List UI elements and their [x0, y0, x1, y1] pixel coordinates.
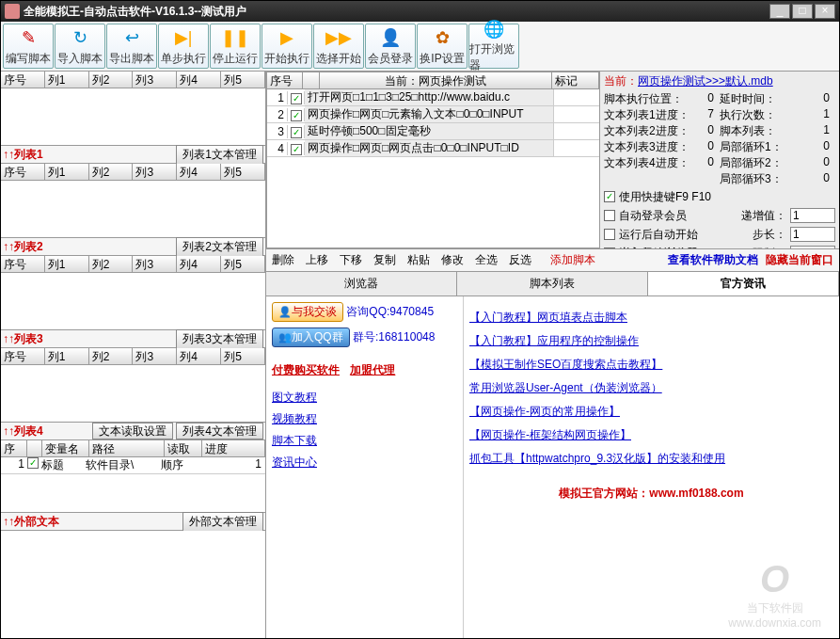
action-删除[interactable]: 删除 — [272, 253, 294, 266]
list2-header: 序号列1列2列3列4列5 — [1, 256, 265, 273]
join-group-button[interactable]: 👥加入QQ群 — [272, 327, 350, 347]
list1-header: 序号列1列2列3列4列5 — [1, 164, 265, 181]
toolbar-0[interactable]: ✎编写脚本 — [3, 24, 54, 69]
list3-manage-button[interactable]: 列表3文本管理 — [176, 329, 263, 349]
minimize-button[interactable]: _ — [769, 4, 790, 19]
tutorial-link[interactable]: 【网页操作-框架结构网页操作】 — [469, 427, 833, 443]
external-manage-button[interactable]: 外部文本管理 — [182, 512, 263, 532]
window-title: 全能模拟王-自动点击软件-V16.1.3--测试用户 — [24, 4, 769, 20]
buy-link[interactable]: 付费购买软件 — [272, 362, 340, 378]
toolbar-5[interactable]: ▶开始执行 — [262, 24, 312, 69]
qq-number: 咨询QQ:9470845 — [346, 305, 434, 318]
autostart-checkbox[interactable] — [604, 229, 615, 240]
tab-official-news[interactable]: 官方资讯 — [648, 272, 839, 296]
list4-row[interactable]: 1 ✓ 标题 软件目录\ 顺序 1 — [1, 457, 265, 474]
hotkey-checkbox[interactable]: ✓ — [604, 191, 615, 202]
tabs: 浏览器 脚本列表 官方资讯 — [266, 272, 839, 296]
autologin-checkbox[interactable] — [604, 210, 615, 221]
section-list2: ↑↑列表2 列表2文本管理 — [1, 237, 265, 256]
tab-script-list[interactable]: 脚本列表 — [457, 272, 648, 296]
group-number: 群号:168110048 — [353, 330, 435, 343]
toolbar-9[interactable]: 🌐打开浏览器 — [468, 24, 519, 69]
step-input[interactable] — [790, 227, 835, 242]
info-link[interactable]: 资讯中心 — [272, 455, 457, 471]
left-pane: 序号列1列2列3列4列5 ↑↑列表1 列表1文本管理 序号列1列2列3列4列5 … — [1, 72, 266, 638]
action-修改[interactable]: 修改 — [441, 253, 464, 266]
help-link[interactable]: 查看软件帮助文档 — [668, 252, 758, 268]
script-row[interactable]: 3✓延时停顿□500□固定毫秒 — [267, 123, 599, 140]
info-link[interactable]: 视频教程 — [272, 411, 457, 427]
chat-button[interactable]: 👤与我交谈 — [272, 302, 343, 322]
toolbar-2[interactable]: ↩导出脚本 — [106, 24, 157, 69]
section-list3: ↑↑列表3 列表3文本管理 — [1, 329, 265, 348]
tutorial-link[interactable]: 抓包工具【httpwatchpro_9.3汉化版】的安装和使用 — [469, 451, 833, 467]
toolbar-7[interactable]: 👤会员登录 — [365, 24, 416, 69]
add-script-action[interactable]: 添加脚本 — [550, 252, 595, 268]
list2-manage-button[interactable]: 列表2文本管理 — [176, 237, 263, 257]
list3-header: 序号列1列2列3列4列5 — [1, 348, 265, 365]
tutorial-link[interactable]: 【网页操作-网页的常用操作】 — [469, 404, 833, 420]
action-反选[interactable]: 反选 — [509, 253, 531, 266]
agent-link[interactable]: 加盟代理 — [350, 362, 395, 378]
action-复制[interactable]: 复制 — [373, 253, 396, 266]
section-list1: ↑↑列表1 列表1文本管理 — [1, 145, 265, 164]
hide-window-action[interactable]: 隐藏当前窗口 — [766, 252, 833, 268]
list4-read-settings-button[interactable]: 文本读取设置 — [92, 423, 173, 439]
app-icon — [5, 4, 20, 19]
list4-manage-button[interactable]: 列表4文本管理 — [176, 423, 263, 439]
tutorial-link[interactable]: 【入门教程】网页填表点击脚本 — [469, 310, 833, 326]
toolbar-4[interactable]: ❚❚停止运行 — [210, 24, 261, 69]
close-button[interactable]: × — [815, 4, 835, 19]
tutorial-link[interactable]: 【入门教程】应用程序的控制操作 — [469, 333, 833, 349]
stats-panel: 当前：网页操作测试>>>默认.mdb 脚本执行位置：0延时时间：0文本列表1进度… — [600, 72, 839, 248]
increment-input[interactable] — [790, 208, 835, 223]
toolbar-8[interactable]: ✿换IP设置 — [417, 24, 468, 69]
action-粘贴[interactable]: 粘贴 — [407, 253, 430, 266]
list1-manage-button[interactable]: 列表1文本管理 — [176, 145, 263, 165]
list4-header: 序号变量名路径读取进度 — [1, 440, 265, 457]
right-pane: 序号 当前：网页操作测试 标记 1✓打开网页□1□1□3□25□http://w… — [266, 72, 839, 638]
watermark: O 当下软件园 www.downxia.com — [728, 558, 821, 630]
tutorial-link[interactable]: 常用浏览器User-Agent（伪装浏览器） — [469, 380, 833, 396]
toolbar-6[interactable]: ▶▶选择开始 — [313, 24, 364, 69]
section-external: ↑↑外部文本 外部文本管理 — [1, 512, 265, 531]
official-site[interactable]: 模拟王官方网站：www.mf0188.com — [469, 486, 833, 502]
tutorial-link[interactable]: 【模拟王制作SEO百度搜索点击教程】 — [469, 357, 833, 373]
action-上移[interactable]: 上移 — [306, 253, 328, 266]
script-row[interactable]: 4✓网页操作□网页□网页点击□0□0□INPUT□ID — [267, 140, 599, 157]
script-row[interactable]: 2✓网页操作□网页□元素输入文本□0□0□INPUT — [267, 106, 599, 123]
info-link[interactable]: 图文教程 — [272, 390, 457, 406]
main-toolbar: ✎编写脚本↻导入脚本↩导出脚本▶|单步执行❚❚停止运行▶开始执行▶▶选择开始👤会… — [1, 22, 839, 72]
script-grid: 序号 当前：网页操作测试 标记 1✓打开网页□1□1□3□25□http://w… — [266, 72, 600, 248]
action-bar: 删除上移下移复制粘贴修改全选反选 添加脚本 查看软件帮助文档 隐藏当前窗口 — [266, 248, 839, 272]
list-header: 序号列1列2列3列4列5 — [1, 72, 265, 88]
toolbar-3[interactable]: ▶|单步执行 — [158, 24, 209, 69]
info-link[interactable]: 脚本下载 — [272, 433, 457, 449]
script-row[interactable]: 1✓打开网页□1□1□3□25□http://www.baidu.c — [267, 89, 599, 106]
current-script-link[interactable]: 当前：网页操作测试>>>默认.mdb — [604, 73, 835, 89]
action-下移[interactable]: 下移 — [340, 253, 362, 266]
maximize-button[interactable]: □ — [792, 4, 813, 19]
list4-row-checkbox[interactable]: ✓ — [27, 457, 39, 469]
toolbar-1[interactable]: ↻导入脚本 — [55, 24, 105, 69]
section-list4: ↑↑列表4 文本读取设置 列表4文本管理 — [1, 422, 265, 440]
tab-browser[interactable]: 浏览器 — [266, 272, 457, 296]
titlebar: 全能模拟王-自动点击软件-V16.1.3--测试用户 _ □ × — [1, 1, 839, 22]
action-全选[interactable]: 全选 — [475, 253, 498, 266]
